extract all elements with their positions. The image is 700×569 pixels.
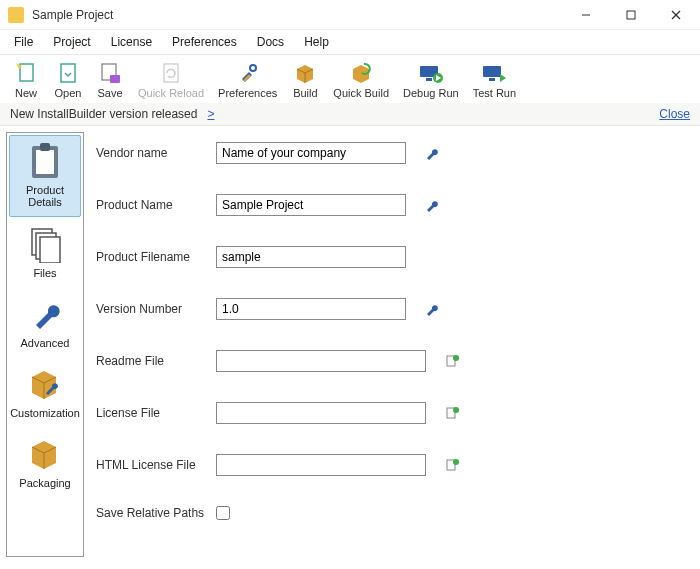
tool-build-label: Build xyxy=(293,87,317,99)
quick-build-icon xyxy=(347,61,375,85)
input-product-filename[interactable] xyxy=(216,246,406,268)
window-title: Sample Project xyxy=(32,8,563,22)
wrench-icon[interactable] xyxy=(424,145,440,161)
input-readme-file[interactable] xyxy=(216,350,426,372)
files-icon xyxy=(26,225,64,263)
menubar: File Project License Preferences Docs He… xyxy=(0,30,700,55)
input-license-file[interactable] xyxy=(216,402,426,424)
file-browse-icon[interactable] xyxy=(444,405,460,421)
tool-debug-run[interactable]: Debug Run xyxy=(397,59,465,101)
svg-rect-16 xyxy=(489,78,495,81)
menu-help[interactable]: Help xyxy=(296,32,337,52)
sidebar-item-label: Customization xyxy=(10,407,80,419)
sidebar-item-packaging[interactable]: Packaging xyxy=(9,429,81,497)
tool-new-label: New xyxy=(15,87,37,99)
tool-open[interactable]: Open xyxy=(48,59,88,101)
menu-preferences[interactable]: Preferences xyxy=(164,32,245,52)
new-icon xyxy=(12,61,40,85)
sidebar-item-product-details[interactable]: Product Details xyxy=(9,135,81,217)
svg-point-25 xyxy=(453,355,459,361)
svg-rect-15 xyxy=(483,66,501,77)
svg-marker-17 xyxy=(500,74,506,82)
row-product-filename: Product Filename xyxy=(96,246,688,268)
toolbar: New Open Save Quick Reload Preferences B… xyxy=(0,55,700,103)
test-run-icon xyxy=(480,61,508,85)
tool-quick-build-label: Quick Build xyxy=(333,87,389,99)
box-wrench-icon xyxy=(26,365,64,403)
notification-text: New InstallBuilder version released xyxy=(10,107,197,121)
menu-license[interactable]: License xyxy=(103,32,160,52)
menu-docs[interactable]: Docs xyxy=(249,32,292,52)
menu-project[interactable]: Project xyxy=(45,32,98,52)
minimize-button[interactable] xyxy=(563,0,608,30)
quick-reload-icon xyxy=(157,61,185,85)
tool-preferences[interactable]: Preferences xyxy=(212,59,283,101)
save-icon xyxy=(96,61,124,85)
notification-more-link[interactable]: > xyxy=(207,107,214,121)
titlebar: Sample Project xyxy=(0,0,700,30)
tool-test-run[interactable]: Test Run xyxy=(467,59,522,101)
label-license-file: License File xyxy=(96,406,216,420)
tool-quick-reload[interactable]: Quick Reload xyxy=(132,59,210,101)
sidebar-item-advanced[interactable]: Advanced xyxy=(9,289,81,357)
tool-quick-reload-label: Quick Reload xyxy=(138,87,204,99)
sidebar-item-label: Files xyxy=(33,267,56,279)
tool-test-run-label: Test Run xyxy=(473,87,516,99)
row-license-file: License File xyxy=(96,402,688,424)
svg-rect-8 xyxy=(110,75,120,83)
svg-rect-23 xyxy=(40,237,60,263)
row-vendor-name: Vendor name xyxy=(96,142,688,164)
svg-rect-12 xyxy=(426,78,432,81)
file-browse-icon[interactable] xyxy=(444,457,460,473)
open-icon xyxy=(54,61,82,85)
svg-rect-1 xyxy=(627,11,635,19)
tool-open-label: Open xyxy=(55,87,82,99)
sidebar-item-label: Product Details xyxy=(12,184,78,208)
input-html-license-file[interactable] xyxy=(216,454,426,476)
clipboard-icon xyxy=(26,142,64,180)
svg-point-27 xyxy=(453,407,459,413)
tool-quick-build[interactable]: Quick Build xyxy=(327,59,395,101)
wrench-icon[interactable] xyxy=(424,197,440,213)
row-readme-file: Readme File xyxy=(96,350,688,372)
build-icon xyxy=(291,61,319,85)
tool-debug-run-label: Debug Run xyxy=(403,87,459,99)
window-controls xyxy=(563,0,698,30)
sidebar-item-customization[interactable]: Customization xyxy=(9,359,81,427)
svg-rect-6 xyxy=(61,64,75,82)
tool-save-label: Save xyxy=(97,87,122,99)
svg-rect-4 xyxy=(20,64,33,81)
row-version-number: Version Number xyxy=(96,298,688,320)
input-product-name[interactable] xyxy=(216,194,406,216)
label-html-license-file: HTML License File xyxy=(96,458,216,472)
tool-save[interactable]: Save xyxy=(90,59,130,101)
label-product-filename: Product Filename xyxy=(96,250,216,264)
menu-file[interactable]: File xyxy=(6,32,41,52)
tool-preferences-label: Preferences xyxy=(218,87,277,99)
svg-rect-20 xyxy=(40,143,50,151)
row-product-name: Product Name xyxy=(96,194,688,216)
box-icon xyxy=(26,435,64,473)
form-panel: Vendor name Product Name Product Filenam… xyxy=(84,126,700,563)
input-vendor-name[interactable] xyxy=(216,142,406,164)
svg-point-29 xyxy=(453,459,459,465)
tool-new[interactable]: New xyxy=(6,59,46,101)
input-version-number[interactable] xyxy=(216,298,406,320)
app-icon xyxy=(8,7,24,23)
file-browse-icon[interactable] xyxy=(444,353,460,369)
wrench-icon xyxy=(26,295,64,333)
notification-close-link[interactable]: Close xyxy=(659,107,690,121)
sidebar-item-files[interactable]: Files xyxy=(9,219,81,287)
label-product-name: Product Name xyxy=(96,198,216,212)
checkbox-save-relative-paths[interactable] xyxy=(216,506,230,520)
preferences-icon xyxy=(234,61,262,85)
close-button[interactable] xyxy=(653,0,698,30)
label-version-number: Version Number xyxy=(96,302,216,316)
tool-build[interactable]: Build xyxy=(285,59,325,101)
sidebar-item-label: Advanced xyxy=(21,337,70,349)
row-save-relative-paths: Save Relative Paths xyxy=(96,506,688,520)
maximize-button[interactable] xyxy=(608,0,653,30)
sidebar: Product Details Files Advanced Customiza… xyxy=(6,132,84,557)
main-area: Product Details Files Advanced Customiza… xyxy=(0,126,700,563)
wrench-icon[interactable] xyxy=(424,301,440,317)
